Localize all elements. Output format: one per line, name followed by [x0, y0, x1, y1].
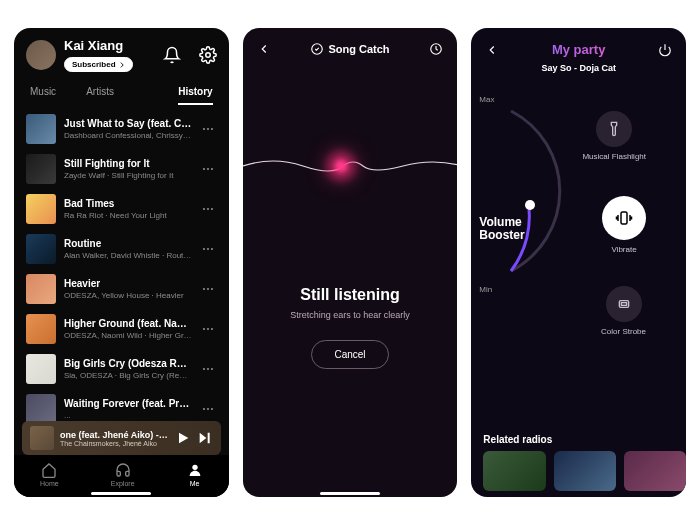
person-icon: [187, 462, 203, 478]
strobe-icon: [616, 296, 632, 312]
track-more-icon[interactable]: ⋯: [200, 282, 217, 296]
track-row[interactable]: Just What to Say (feat. Chrissy Co...Das…: [14, 109, 229, 149]
track-row[interactable]: Higher Ground (feat. Naomi Wild)ODESZA, …: [14, 309, 229, 349]
party-header: My party: [471, 28, 686, 57]
track-more-icon[interactable]: ⋯: [200, 402, 217, 416]
svg-rect-4: [621, 212, 627, 224]
track-row[interactable]: RoutineAlan Walker, David Whistle · Rout…: [14, 229, 229, 269]
now-playing-bar[interactable]: one (feat. Jhené Aiko) -... Wa The Chain…: [22, 421, 221, 455]
settings-icon[interactable]: [199, 46, 217, 64]
now-playing-title: one (feat. Jhené Aiko) -... Wa: [60, 430, 169, 440]
track-more-icon[interactable]: ⋯: [200, 242, 217, 256]
power-icon[interactable]: [658, 43, 672, 57]
track-art: [26, 154, 56, 184]
track-title: Waiting Forever (feat. Preston.): [64, 398, 192, 409]
tab-music[interactable]: Music: [30, 86, 56, 105]
tab-history[interactable]: History: [178, 86, 212, 105]
subscribed-pill[interactable]: Subscribed: [64, 57, 133, 72]
option-flashlight-label: Musical Flashlight: [582, 152, 646, 161]
option-flashlight[interactable]: Musical Flashlight: [582, 111, 646, 161]
notifications-icon[interactable]: [163, 46, 181, 64]
song-catch-screen: Song Catch Still listening Stretching ea…: [243, 28, 458, 497]
track-art: [26, 274, 56, 304]
listening-visualizer: [243, 96, 458, 236]
home-indicator: [91, 492, 151, 495]
track-more-icon[interactable]: ⋯: [200, 122, 217, 136]
track-title: Bad Times: [64, 198, 192, 209]
radio-card[interactable]: [483, 451, 545, 491]
track-more-icon[interactable]: ⋯: [200, 322, 217, 336]
track-sub: Ra Ra Riot · Need Your Light: [64, 211, 192, 220]
flashlight-icon: [606, 121, 622, 137]
nav-home[interactable]: Home: [40, 462, 59, 487]
track-row[interactable]: Still Fighting for ItZayde Wølf · Still …: [14, 149, 229, 189]
track-row[interactable]: Bad TimesRa Ra Riot · Need Your Light⋯: [14, 189, 229, 229]
option-vibrate[interactable]: Vibrate: [602, 196, 646, 254]
home-icon: [41, 462, 57, 478]
home-indicator: [320, 492, 380, 495]
library-screen: Kai Xiang Subscribed Music Artists Histo…: [14, 28, 229, 497]
track-title: Higher Ground (feat. Naomi Wild): [64, 318, 192, 329]
track-sub: Dashboard Confessional, Chrissy Costanza…: [64, 131, 192, 140]
subscribed-label: Subscribed: [72, 60, 116, 69]
track-row[interactable]: HeavierODESZA, Yellow House · Heavier⋯: [14, 269, 229, 309]
avatar[interactable]: [26, 40, 56, 70]
play-icon[interactable]: [175, 430, 191, 446]
track-art: [26, 314, 56, 344]
history-icon[interactable]: [429, 42, 443, 56]
song-catch-title: Song Catch: [328, 43, 389, 55]
track-title: Just What to Say (feat. Chrissy Co...: [64, 118, 192, 129]
next-icon[interactable]: [197, 430, 213, 446]
now-playing-artist: The Chainsmokers, Jhené Aiko: [60, 440, 169, 447]
track-sub: Alan Walker, David Whistle · Routine: [64, 251, 192, 260]
listening-heading: Still listening: [243, 286, 458, 304]
track-sub: ...: [64, 411, 192, 420]
party-track: Say So - Doja Cat: [471, 63, 686, 73]
volume-booster-label: Volume Booster: [479, 216, 524, 242]
listening-sub: Stretching ears to hear clearly: [243, 310, 458, 320]
option-vibrate-label: Vibrate: [611, 245, 636, 254]
nav-me[interactable]: Me: [187, 462, 203, 487]
track-title: Big Girls Cry (Odesza Remix): [64, 358, 192, 369]
nav-explore-label: Explore: [111, 480, 135, 487]
track-title: Heavier: [64, 278, 192, 289]
track-sub: ODESZA, Yellow House · Heavier: [64, 291, 192, 300]
track-more-icon[interactable]: ⋯: [200, 162, 217, 176]
back-icon[interactable]: [257, 42, 271, 56]
vibrate-icon: [615, 209, 633, 227]
related-section: Related radios: [483, 434, 686, 491]
track-more-icon[interactable]: ⋯: [200, 362, 217, 376]
track-title: Routine: [64, 238, 192, 249]
back-icon[interactable]: [485, 43, 499, 57]
library-tabs: Music Artists History: [14, 78, 229, 105]
party-title: My party: [499, 42, 658, 57]
nav-explore[interactable]: Explore: [111, 462, 135, 487]
target-icon: [310, 42, 324, 56]
song-catch-header: Song Catch: [243, 28, 458, 56]
tab-artists[interactable]: Artists: [86, 86, 114, 105]
listening-glow: [321, 146, 361, 186]
volume-min-label: Min: [479, 285, 492, 294]
cancel-button[interactable]: Cancel: [311, 340, 388, 369]
bottom-nav: Home Explore Me: [14, 455, 229, 497]
related-radios[interactable]: [483, 451, 686, 491]
profile-header: Kai Xiang Subscribed: [14, 28, 229, 78]
volume-arc[interactable]: [471, 101, 581, 281]
track-row[interactable]: Big Girls Cry (Odesza Remix)Sia, ODESZA …: [14, 349, 229, 389]
option-strobe[interactable]: Color Strobe: [601, 286, 646, 336]
chevron-right-icon: [119, 62, 125, 68]
now-playing-art: [30, 426, 54, 450]
track-more-icon[interactable]: ⋯: [200, 202, 217, 216]
user-name: Kai Xiang: [64, 38, 133, 53]
svg-rect-6: [621, 303, 626, 306]
track-art: [26, 114, 56, 144]
track-art: [26, 194, 56, 224]
svg-point-0: [205, 53, 210, 58]
headphones-icon: [115, 462, 131, 478]
party-controls: Max Min Volume Booster Musical Flashligh…: [471, 91, 686, 497]
track-sub: ODESZA, Naomi Wild · Higher Ground: [64, 331, 192, 340]
track-art: [26, 234, 56, 264]
radio-card[interactable]: [624, 451, 686, 491]
radio-card[interactable]: [554, 451, 616, 491]
svg-point-1: [192, 464, 197, 469]
